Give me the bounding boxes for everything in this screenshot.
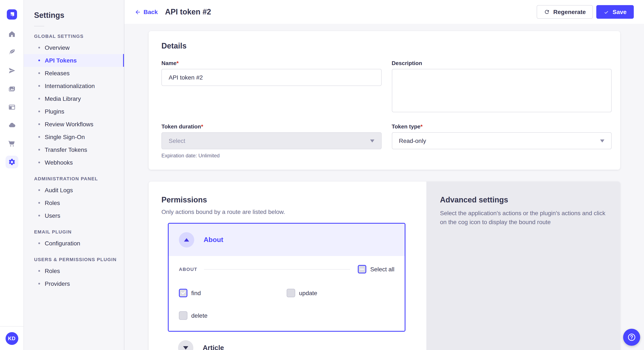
token-duration-select[interactable]: Select — [162, 132, 382, 149]
permissions-subtitle: Only actions bound by a route are listed… — [162, 208, 412, 215]
update-label[interactable]: update — [299, 290, 317, 296]
back-button[interactable]: Back — [134, 8, 158, 15]
sidebar-item-label: Transfer Tokens — [45, 146, 87, 153]
collapse-button[interactable] — [179, 232, 194, 247]
advanced-settings-description: Select the application's actions or the … — [440, 209, 607, 227]
delete-label[interactable]: delete — [191, 312, 208, 319]
bullet-icon — [38, 123, 40, 125]
settings-title-divider — [34, 26, 44, 26]
required-asterisk: * — [176, 60, 179, 66]
user-avatar[interactable]: KD — [5, 332, 18, 345]
sidebar-item-review-workflows[interactable]: Review Workflows — [24, 118, 124, 131]
bullet-icon — [38, 283, 40, 285]
bullet-icon — [38, 85, 40, 87]
required-asterisk: * — [201, 123, 203, 130]
regenerate-label: Regenerate — [553, 8, 586, 15]
chevron-up-icon — [184, 238, 189, 242]
sidebar-item-label: Roles — [45, 199, 60, 206]
divider-line — [204, 269, 350, 269]
sidebar-item-users[interactable]: Users — [24, 209, 124, 222]
bullet-icon — [38, 136, 40, 138]
icon-rail: KD — [0, 0, 24, 350]
find-checkbox[interactable] — [179, 289, 188, 297]
sidebar-item-label: Review Workflows — [45, 121, 93, 128]
details-heading: Details — [162, 42, 612, 51]
refresh-icon — [544, 9, 550, 15]
sidebar-item-admin-roles[interactable]: Roles — [24, 196, 124, 209]
permissions-panel: Permissions Only actions bound by a rout… — [149, 181, 426, 350]
token-duration-label: Token duration* — [162, 123, 382, 130]
update-checkbox[interactable] — [287, 289, 295, 297]
sidebar-item-overview[interactable]: Overview — [24, 41, 124, 54]
check-icon — [604, 9, 609, 15]
name-input[interactable] — [162, 69, 382, 86]
help-button[interactable] — [623, 329, 640, 346]
layout-icon[interactable] — [5, 101, 18, 114]
sidebar-item-label: Configuration — [45, 240, 80, 247]
feather-icon[interactable] — [5, 46, 18, 59]
sidebar-item-providers[interactable]: Providers — [24, 277, 124, 290]
regenerate-button[interactable]: Regenerate — [537, 5, 593, 19]
cloud-icon[interactable] — [5, 119, 18, 132]
accordion-about-body: ABOUT Select all find — [169, 256, 405, 331]
cart-icon[interactable] — [5, 137, 18, 150]
accordion-article-title: Article — [203, 344, 224, 350]
page-title: API token #2 — [165, 7, 211, 16]
page-content: Details Name* Description Token duration… — [124, 24, 644, 350]
permissions-heading: Permissions — [162, 196, 412, 204]
token-type-value: Read-only — [399, 137, 426, 144]
sidebar-item-media-library[interactable]: Media Library — [24, 92, 124, 105]
sidebar-item-up-roles[interactable]: Roles — [24, 265, 124, 277]
accordion-about-title: About — [204, 236, 223, 244]
pictures-icon[interactable] — [5, 82, 18, 95]
description-textarea[interactable] — [392, 69, 612, 112]
page-header: Back API token #2 Regenerate Save — [124, 0, 644, 24]
sidebar-item-label: Overview — [45, 44, 70, 51]
about-actions-grid: find update delete — [179, 289, 394, 320]
sidebar-item-releases[interactable]: Releases — [24, 67, 124, 80]
sidebar-item-label: Roles — [45, 268, 60, 274]
delete-checkbox[interactable] — [179, 311, 188, 320]
expiration-note: Expiration date: Unlimited — [162, 153, 382, 159]
sidebar-item-label: Users — [45, 212, 60, 219]
gear-icon[interactable] — [5, 156, 18, 169]
action-update: update — [287, 289, 394, 297]
save-label: Save — [613, 8, 626, 15]
sidebar-item-audit-logs[interactable]: Audit Logs — [24, 184, 124, 196]
sidebar-item-webhooks[interactable]: Webhooks — [24, 156, 124, 169]
bullet-icon — [38, 149, 40, 151]
bullet-icon — [38, 162, 40, 163]
main-area: Back API token #2 Regenerate Save Detail… — [124, 0, 644, 350]
token-type-field-group: Token type* Read-only — [392, 123, 612, 159]
accordion-article-header[interactable]: Article — [162, 340, 412, 350]
strapi-logo-icon[interactable] — [6, 9, 17, 19]
select-all-label[interactable]: Select all — [370, 266, 394, 273]
save-button[interactable]: Save — [596, 5, 634, 19]
token-duration-field-group: Token duration* Select Expiration date: … — [162, 123, 382, 159]
sidebar-item-plugins[interactable]: Plugins — [24, 105, 124, 118]
sidebar-item-transfer-tokens[interactable]: Transfer Tokens — [24, 143, 124, 156]
sidebar-item-label: Releases — [45, 70, 70, 77]
token-type-select[interactable]: Read-only — [392, 132, 612, 149]
bullet-icon — [38, 242, 40, 244]
select-all-checkbox[interactable] — [358, 265, 366, 273]
about-divider-row: ABOUT Select all — [179, 265, 394, 273]
sidebar-item-single-sign-on[interactable]: Single Sign-On — [24, 131, 124, 143]
paper-plane-icon[interactable] — [5, 64, 18, 77]
sidebar-item-internationalization[interactable]: Internationalization — [24, 80, 124, 92]
expand-button[interactable] — [178, 340, 193, 350]
sidebar-item-api-tokens[interactable]: API Tokens — [24, 54, 124, 67]
sidebar-item-configuration[interactable]: Configuration — [24, 237, 124, 250]
find-label[interactable]: find — [191, 290, 201, 296]
settings-panel-title: Settings — [34, 11, 124, 20]
sidebar-item-label: API Tokens — [45, 57, 77, 64]
home-icon[interactable] — [5, 28, 18, 40]
nav-section-email-plugin: EMAIL PLUGIN — [34, 229, 124, 234]
sidebar-item-label: Plugins — [45, 108, 64, 115]
action-find: find — [179, 289, 287, 297]
name-field-group: Name* — [162, 60, 382, 114]
back-label: Back — [144, 8, 158, 15]
bullet-icon — [38, 270, 40, 272]
accordion-about-header[interactable]: About — [169, 224, 405, 256]
sidebar-item-label: Single Sign-On — [45, 134, 85, 140]
